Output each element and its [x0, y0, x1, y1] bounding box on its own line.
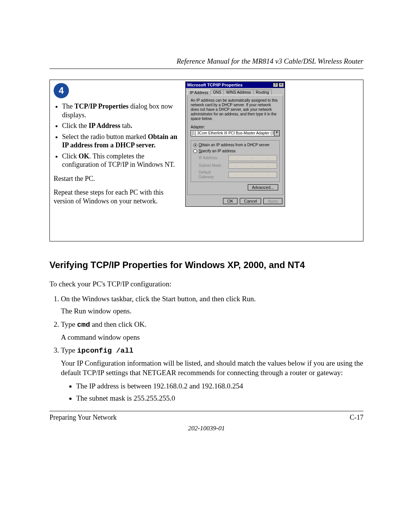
- mask-input: ...: [228, 163, 277, 169]
- dialog-title: Microsoft TCP/IP Properties: [187, 83, 242, 87]
- ok-button[interactable]: OK: [223, 198, 237, 204]
- intro-text: To check your PC's TCP/IP configuration:: [49, 280, 363, 289]
- document-number: 202-10039-01: [49, 425, 363, 432]
- default-gateway-field: Default Gateway: ...: [199, 170, 277, 179]
- instruction-paragraph: Repeat these steps for each PC with this…: [54, 188, 180, 205]
- instruction-column: 4 The TCP/IP Properties dialog box now d…: [50, 80, 183, 241]
- running-header: Reference Manual for the MR814 v3 Cable/…: [49, 57, 363, 66]
- radio-specify-ip[interactable]: Specify an IP address: [193, 149, 277, 153]
- radio-icon: [193, 143, 197, 147]
- footer-rule: [49, 411, 363, 411]
- help-icon[interactable]: ?: [273, 83, 278, 87]
- section-body: To check your PC's TCP/IP configuration:…: [49, 280, 363, 403]
- ip-address-field: IP Address: ...: [199, 155, 277, 161]
- adapter-combo[interactable]: [1] 3Com Etherlink III PCI Bus-Master Ad…: [191, 130, 280, 136]
- instruction-paragraph: Restart the PC.: [54, 174, 180, 183]
- section-heading: Verifying TCP/IP Properties for Windows …: [49, 260, 363, 270]
- footer-page-number: C-17: [350, 414, 363, 422]
- close-icon[interactable]: ×: [279, 83, 284, 87]
- step-number-badge: 4: [54, 83, 69, 98]
- dialog-buttons: OK Cancel Apply: [186, 197, 285, 206]
- footer-section-name: Preparing Your Network: [49, 414, 116, 422]
- tab-ip-address[interactable]: IP Address: [187, 90, 211, 95]
- ip-mode-group: Obtain an IP address from a DHCP server …: [191, 140, 280, 182]
- chevron-down-icon[interactable]: ▼: [274, 130, 280, 136]
- list-item: On the Windows taskbar, click the Start …: [61, 294, 363, 316]
- document-page: Reference Manual for the MR814 v3 Cable/…: [0, 0, 411, 532]
- radio-obtain-dhcp[interactable]: Obtain an IP address from a DHCP server: [193, 143, 277, 147]
- radio-icon: [193, 149, 197, 153]
- page-footer: Preparing Your Network C-17: [49, 414, 363, 422]
- list-item: Type cmd and then click OK. A command wi…: [61, 320, 363, 342]
- dialog-titlebar: Microsoft TCP/IP Properties ? ×: [186, 82, 285, 88]
- tcpip-properties-dialog: Microsoft TCP/IP Properties ? × IP Addre…: [185, 81, 285, 207]
- instruction-item: Click OK. This completes the configurati…: [62, 152, 180, 169]
- ip-input: ...: [228, 155, 277, 161]
- tab-dns[interactable]: DNS: [210, 89, 224, 95]
- tab-wins[interactable]: WINS Address: [223, 89, 253, 95]
- cancel-button[interactable]: Cancel: [240, 198, 261, 204]
- step-layout: 4 The TCP/IP Properties dialog box now d…: [49, 80, 363, 241]
- screenshot-column: Microsoft TCP/IP Properties ? × IP Addre…: [183, 80, 363, 241]
- subnet-mask-field: Subnet Mask: ...: [199, 163, 277, 169]
- header-rule: [49, 69, 363, 69]
- advanced-button[interactable]: Advanced...: [248, 184, 278, 190]
- list-item: The IP address is between 192.168.0.2 an…: [76, 382, 363, 391]
- apply-button[interactable]: Apply: [263, 198, 282, 204]
- dialog-blurb: An IP address can be automatically assig…: [191, 98, 280, 121]
- list-item: The subnet mask is 255.255.255.0: [76, 394, 363, 403]
- instruction-item: Select the radio button marked Obtain an…: [62, 133, 180, 150]
- adapter-value: [1] 3Com Etherlink III PCI Bus-Master Ad…: [191, 130, 274, 136]
- tab-pane: An IP address can be automatically assig…: [187, 95, 283, 195]
- instruction-item: Click the IP Address tab.: [62, 121, 180, 130]
- instruction-item: The TCP/IP Properties dialog box now dis…: [62, 102, 180, 119]
- dialog-tabs: IP Address DNS WINS Address Routing: [186, 88, 285, 95]
- gateway-input: ...: [228, 172, 277, 178]
- tab-routing[interactable]: Routing: [253, 89, 271, 95]
- list-item: Type ipconfig /all Your IP Configuration…: [61, 346, 363, 403]
- adapter-label: Adapter:: [191, 125, 280, 129]
